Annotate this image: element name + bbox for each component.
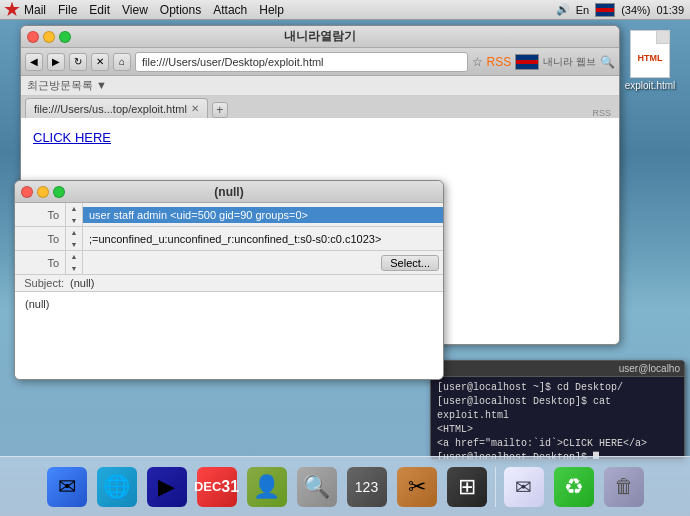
mail-arrow-down-3[interactable]: ▼ bbox=[66, 263, 82, 275]
mail-app-icon: ✉ bbox=[47, 467, 87, 507]
dock-search-icon[interactable]: 🔍 bbox=[295, 465, 339, 509]
mail-to-value-2[interactable]: ;=unconfined_u:unconfined_r:unconfined_t… bbox=[83, 231, 443, 247]
search-app-icon: 🔍 bbox=[297, 467, 337, 507]
media-app-icon: ▶ bbox=[147, 467, 187, 507]
mail-window-controls bbox=[21, 186, 65, 198]
menu-attach[interactable]: Attach bbox=[213, 3, 247, 17]
window-controls bbox=[27, 31, 71, 43]
dock-globe-icon[interactable]: 🌐 bbox=[95, 465, 139, 509]
menubar-right: 🔊 En (34%) 01:39 bbox=[556, 3, 690, 17]
tab-close-button[interactable]: ✕ bbox=[191, 103, 199, 114]
browser-site-label: 내니라 웹브 bbox=[543, 55, 596, 69]
mail-minimize-button[interactable] bbox=[37, 186, 49, 198]
mail-arrow-up-1[interactable]: ▲ bbox=[66, 203, 82, 215]
terminal-window: user@localho [user@localhost ~]$ cd Desk… bbox=[430, 360, 685, 460]
file-icon-label: HTML bbox=[638, 53, 663, 64]
trash-app-icon: 🗑 bbox=[604, 467, 644, 507]
maximize-button[interactable] bbox=[59, 31, 71, 43]
dock-contacts-icon[interactable]: 👤 bbox=[245, 465, 289, 509]
file-icon-name: exploit.html bbox=[620, 80, 680, 91]
mail-to-field-2: To ▲ ▼ ;=unconfined_u:unconfined_r:uncon… bbox=[15, 227, 443, 251]
mail-to-label-2: To bbox=[15, 233, 65, 245]
terminal-titlebar: user@localho bbox=[431, 361, 684, 377]
mail-maximize-button[interactable] bbox=[53, 186, 65, 198]
dock-trash-icon[interactable]: 🗑 bbox=[602, 465, 646, 509]
browser-toolbar: ◀ ▶ ↻ ✕ ⌂ file:///Users/user/Desktop/exp… bbox=[21, 48, 619, 76]
active-tab[interactable]: file:///Users/us...top/exploit.html ✕ bbox=[25, 98, 208, 118]
browser-flag-icon bbox=[515, 54, 539, 70]
recycle-app-icon: ♻ bbox=[554, 467, 594, 507]
dock-separator bbox=[495, 467, 496, 507]
mail-subject-value: (null) bbox=[70, 277, 94, 289]
mail-arrow-up-2[interactable]: ▲ bbox=[66, 227, 82, 239]
mail-to-value-1[interactable]: user staff admin <uid=500 gid=90 groups=… bbox=[83, 207, 443, 223]
desktop-file-icon[interactable]: HTML exploit.html bbox=[620, 30, 680, 91]
menu-mail[interactable]: Mail bbox=[24, 3, 46, 17]
battery-indicator: (34%) bbox=[621, 4, 650, 16]
mail-arrow-up-3[interactable]: ▲ bbox=[66, 251, 82, 263]
mail-arrow-down-2[interactable]: ▼ bbox=[66, 239, 82, 251]
tools-app-icon: ✂ bbox=[397, 467, 437, 507]
dock-mail-icon[interactable]: ✉ bbox=[45, 465, 89, 509]
address-bar[interactable]: file:///Users/user/Desktop/exploit.html bbox=[135, 52, 468, 72]
mail-window-title: (null) bbox=[214, 185, 243, 199]
flag-icon bbox=[595, 3, 615, 17]
tablet-app-icon: ⊞ bbox=[447, 467, 487, 507]
new-tab-button[interactable]: + bbox=[212, 102, 228, 118]
calendar-app-icon: DEC31 bbox=[197, 467, 237, 507]
browser-titlebar: 내니라열람기 bbox=[21, 26, 619, 48]
menubar: Mail File Edit View Options Attach Help … bbox=[0, 0, 690, 20]
stop-button[interactable]: ✕ bbox=[91, 53, 109, 71]
browser-title: 내니라열람기 bbox=[284, 28, 356, 45]
minimize-button[interactable] bbox=[43, 31, 55, 43]
click-here-link[interactable]: CLICK HERE bbox=[33, 130, 111, 145]
menu-edit[interactable]: Edit bbox=[89, 3, 110, 17]
back-button[interactable]: ◀ bbox=[25, 53, 43, 71]
bookmark-star-icon[interactable]: ☆ bbox=[472, 55, 483, 69]
menu-options[interactable]: Options bbox=[160, 3, 201, 17]
mail-close-button[interactable] bbox=[21, 186, 33, 198]
app-icon bbox=[4, 2, 20, 18]
dock: ✉ 🌐 ▶ DEC31 👤 🔍 123 ✂ ⊞ ✉ ♻ 🗑 bbox=[0, 456, 690, 516]
terminal-user-label: user@localho bbox=[619, 363, 680, 374]
dock-recycle-icon[interactable]: ♻ bbox=[552, 465, 596, 509]
menu-help[interactable]: Help bbox=[259, 3, 284, 17]
calculator-app-icon: 123 bbox=[347, 467, 387, 507]
bookmarks-label[interactable]: 최근방문목록 ▼ bbox=[27, 78, 107, 93]
mail-to-field-3: To ▲ ▼ Select... bbox=[15, 251, 443, 275]
menu-file[interactable]: File bbox=[58, 3, 77, 17]
dock-tools-icon[interactable]: ✂ bbox=[395, 465, 439, 509]
browser-search-icon[interactable]: 🔍 bbox=[600, 55, 615, 69]
terminal-line-1: [user@localhost ~]$ cd Desktop/ bbox=[437, 381, 678, 395]
close-button[interactable] bbox=[27, 31, 39, 43]
terminal-line-4: <a href="mailto:`id`>CLICK HERE</a> bbox=[437, 437, 678, 451]
dock-tablet-icon[interactable]: ⊞ bbox=[445, 465, 489, 509]
mail-subject-field: Subject: (null) bbox=[15, 275, 443, 292]
mail-body: To ▲ ▼ user staff admin <uid=500 gid=90 … bbox=[15, 203, 443, 379]
mail-to-value-3[interactable] bbox=[83, 261, 381, 265]
menu-view[interactable]: View bbox=[122, 3, 148, 17]
rss-icon[interactable]: RSS bbox=[487, 55, 512, 69]
email2-app-icon: ✉ bbox=[504, 467, 544, 507]
terminal-line-3: <HTML> bbox=[437, 423, 678, 437]
bookmarks-bar: 최근방문목록 ▼ bbox=[21, 76, 619, 96]
mail-subject-label: Subject: bbox=[15, 277, 70, 289]
dock-email2-icon[interactable]: ✉ bbox=[502, 465, 546, 509]
globe-app-icon: 🌐 bbox=[97, 467, 137, 507]
terminal-line-2: [user@localhost Desktop]$ cat exploit.ht… bbox=[437, 395, 678, 423]
mail-to-field-1: To ▲ ▼ user staff admin <uid=500 gid=90 … bbox=[15, 203, 443, 227]
dock-media-icon[interactable]: ▶ bbox=[145, 465, 189, 509]
mail-arrows-3: ▲ ▼ bbox=[65, 251, 83, 274]
mail-titlebar: (null) bbox=[15, 181, 443, 203]
rss-indicator: RSS bbox=[592, 108, 611, 118]
mail-message-body[interactable]: (null) bbox=[15, 292, 443, 379]
select-button[interactable]: Select... bbox=[381, 255, 439, 271]
mail-arrow-down-1[interactable]: ▼ bbox=[66, 215, 82, 227]
refresh-button[interactable]: ↻ bbox=[69, 53, 87, 71]
dock-calculator-icon[interactable]: 123 bbox=[345, 465, 389, 509]
language-indicator: En bbox=[576, 4, 589, 16]
dock-calendar-icon[interactable]: DEC31 bbox=[195, 465, 239, 509]
html-file-icon: HTML bbox=[630, 30, 670, 78]
home-button[interactable]: ⌂ bbox=[113, 53, 131, 71]
forward-button[interactable]: ▶ bbox=[47, 53, 65, 71]
